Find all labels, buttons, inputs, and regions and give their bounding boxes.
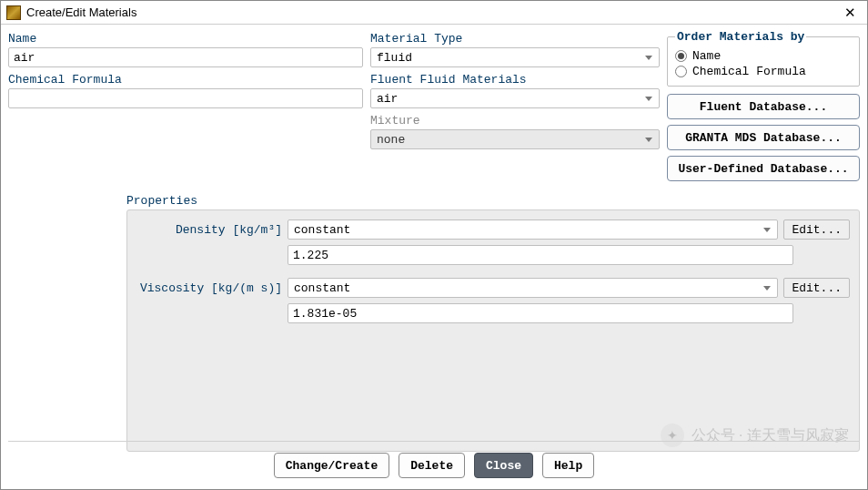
app-icon	[6, 5, 21, 20]
properties-panel: Density [kg/m³] constant Edit... Viscosi…	[126, 209, 860, 452]
properties-title: Properties	[126, 194, 860, 208]
title-bar: Create/Edit Materials ✕	[1, 1, 867, 25]
viscosity-value-input[interactable]	[288, 303, 793, 323]
separator	[8, 441, 860, 442]
density-edit-button[interactable]: Edit...	[783, 219, 850, 240]
radio-icon	[675, 66, 687, 77]
density-label: Density [kg/m³]	[136, 223, 282, 237]
chevron-down-icon	[645, 138, 652, 142]
delete-button[interactable]: Delete	[399, 453, 465, 478]
density-value-input[interactable]	[288, 245, 793, 265]
fluid-materials-select[interactable]: air	[370, 88, 660, 108]
mixture-label: Mixture	[370, 114, 660, 128]
viscosity-mode-value: constant	[294, 281, 757, 295]
order-materials-group: Order Materials by Name Chemical Formula	[667, 30, 860, 87]
mixture-value: none	[377, 133, 639, 147]
property-row: Viscosity [kg/(m s)] constant Edit...	[136, 278, 850, 298]
order-by-formula-label: Chemical Formula	[692, 65, 806, 78]
radio-icon	[675, 50, 687, 62]
fluent-database-button[interactable]: Fluent Database...	[667, 94, 860, 119]
viscosity-label: Viscosity [kg/(m s)]	[136, 281, 282, 295]
order-by-formula-radio[interactable]: Chemical Formula	[675, 65, 852, 78]
fluid-materials-value: air	[377, 92, 639, 106]
material-type-select[interactable]: fluid	[370, 47, 660, 67]
material-type-value: fluid	[377, 51, 639, 65]
fluid-materials-label: Fluent Fluid Materials	[370, 73, 660, 87]
help-button[interactable]: Help	[542, 453, 594, 478]
formula-label: Chemical Formula	[8, 73, 363, 87]
name-label: Name	[8, 32, 363, 46]
density-mode-value: constant	[294, 223, 757, 237]
chevron-down-icon	[645, 56, 652, 60]
viscosity-mode-select[interactable]: constant	[288, 278, 778, 298]
window-title: Create/Edit Materials	[26, 5, 839, 19]
order-legend: Order Materials by	[675, 30, 806, 44]
chevron-down-icon	[763, 228, 771, 232]
formula-input[interactable]	[8, 88, 363, 108]
property-row: Density [kg/m³] constant Edit...	[136, 219, 850, 240]
close-icon[interactable]: ✕	[839, 5, 862, 21]
granta-database-button[interactable]: GRANTA MDS Database...	[667, 125, 860, 150]
change-create-button[interactable]: Change/Create	[274, 453, 389, 478]
footer-buttons: Change/Create Delete Close Help	[1, 453, 867, 478]
close-button[interactable]: Close	[474, 453, 533, 478]
user-database-button[interactable]: User-Defined Database...	[667, 156, 860, 181]
material-type-label: Material Type	[370, 32, 660, 46]
mixture-select: none	[370, 129, 660, 149]
viscosity-edit-button[interactable]: Edit...	[783, 278, 850, 298]
chevron-down-icon	[763, 286, 771, 291]
order-by-name-radio[interactable]: Name	[675, 49, 852, 63]
chevron-down-icon	[645, 97, 652, 101]
order-by-name-label: Name	[692, 49, 721, 63]
density-mode-select[interactable]: constant	[288, 219, 778, 240]
name-input[interactable]	[8, 47, 363, 67]
